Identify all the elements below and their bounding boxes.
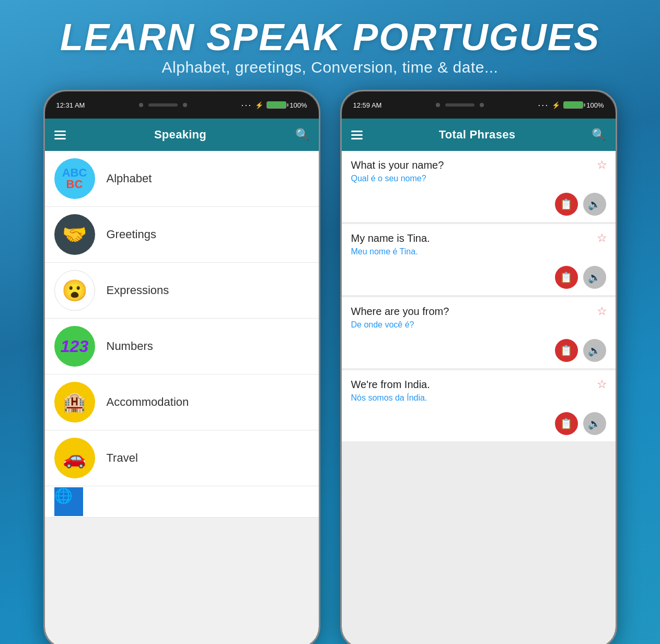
numbers-icon: 123 [54, 326, 95, 367]
phone-right-top-center [436, 103, 484, 107]
star-btn-1[interactable]: ☆ [597, 158, 607, 172]
copy-icon-4: 📋 [560, 417, 573, 430]
phone-right-sensor [480, 103, 484, 107]
battery-icon: ⚡ [255, 101, 263, 109]
phone-left-camera [139, 103, 143, 107]
menu-label-travel: Travel [107, 451, 138, 465]
menu-label-numbers: Numbers [107, 339, 153, 353]
phone-left-sensor [183, 103, 187, 107]
phrase-pt-1: Qual é o seu nome? [351, 174, 606, 183]
phrase-pt-3: De onde você é? [351, 320, 606, 330]
phrase-card-1: What is your name? ☆ Qual é o seu nome? … [342, 151, 616, 222]
battery-percent-right: 100% [586, 101, 604, 109]
search-icon-right[interactable]: 🔍 [592, 128, 606, 142]
copy-btn-1[interactable]: 📋 [555, 193, 578, 216]
menu-item-travel[interactable]: 🚗 Travel [45, 430, 319, 486]
copy-icon-2: 📋 [560, 271, 573, 284]
hamburger-menu-left[interactable] [54, 131, 66, 139]
card-actions-1: 📋 🔊 [351, 190, 606, 216]
accommodation-icon: 🏨 [54, 382, 95, 423]
phrase-en-1: What is your name? [351, 159, 463, 171]
menu-item-numbers[interactable]: 123 Numbers [45, 319, 319, 374]
star-btn-2[interactable]: ☆ [597, 231, 607, 245]
phrase-pt-2: Meu nome é Tina. [351, 247, 606, 256]
speak-btn-3[interactable]: 🔊 [583, 339, 606, 362]
subtitle: Alphabet, greetings, Conversion, time & … [60, 58, 600, 76]
menu-label-alphabet: Alphabet [107, 172, 152, 185]
phone-right-screen: What is your name? ☆ Qual é o seu nome? … [342, 151, 616, 644]
phone-left-speaker [148, 103, 178, 107]
phone-right-status-bar: 12:59 AM ··· ⚡ 100% [342, 91, 616, 119]
app-title-right: Total Phrases [439, 128, 516, 142]
partial-icon: 🌐 [54, 487, 83, 516]
phone-left-status-right: ··· ⚡ 100% [241, 100, 307, 111]
menu-item-partial[interactable]: 🌐 [45, 486, 319, 518]
phrase-card-2: My name is Tina. ☆ Meu nome é Tina. 📋 🔊 [342, 224, 616, 295]
phone-right-camera [436, 103, 440, 107]
menu-item-alphabet[interactable]: ABC BC Alphabet [45, 151, 319, 207]
expressions-icon: 😮 [54, 270, 95, 311]
alphabet-icon: ABC BC [54, 158, 95, 199]
travel-icon: 🚗 [54, 438, 95, 478]
star-btn-4[interactable]: ☆ [597, 378, 607, 391]
phrase-card-4: We're from India. ☆ Nós somos da Índia. … [342, 370, 616, 441]
copy-icon-1: 📋 [560, 198, 573, 210]
app-title-left: Speaking [154, 128, 206, 142]
battery-bar [267, 101, 286, 109]
phone-left-screen: ABC BC Alphabet 🤝 Greetings 😮 [45, 151, 319, 644]
phones-container: 12:31 AM ··· ⚡ 100% Speaking 🔍 [43, 90, 617, 644]
phone-right: 12:59 AM ··· ⚡ 100% Total Phrases 🔍 [340, 90, 617, 644]
main-title: LEARN SPEAK PORTUGUES [60, 16, 600, 58]
phone-right-time: 12:59 AM [353, 101, 382, 109]
menu-item-accommodation[interactable]: 🏨 Accommodation [45, 374, 319, 430]
phone-right-app-bar: Total Phrases 🔍 [342, 119, 616, 151]
greetings-icon: 🤝 [54, 214, 95, 255]
battery-percent: 100% [290, 101, 307, 109]
battery-bar-right [563, 101, 583, 109]
speak-icon-1: 🔊 [588, 198, 601, 210]
phone-left-app-bar: Speaking 🔍 [45, 119, 319, 151]
menu-label-expressions: Expressions [107, 284, 169, 297]
search-icon-left[interactable]: 🔍 [295, 128, 309, 142]
phrase-en-3: Where are you from? [351, 306, 468, 317]
menu-list: ABC BC Alphabet 🤝 Greetings 😮 [45, 151, 319, 518]
phone-left-status-bar: 12:31 AM ··· ⚡ 100% [45, 91, 319, 119]
phrase-en-4: We're from India. [351, 379, 449, 390]
star-btn-3[interactable]: ☆ [597, 305, 607, 318]
phone-left-time: 12:31 AM [56, 101, 85, 109]
copy-btn-2[interactable]: 📋 [555, 266, 578, 289]
copy-btn-4[interactable]: 📋 [555, 412, 578, 435]
speak-btn-4[interactable]: 🔊 [583, 412, 606, 435]
menu-item-greetings[interactable]: 🤝 Greetings [45, 207, 319, 263]
phrase-pt-4: Nós somos da Índia. [351, 393, 606, 403]
signal-dots: ··· [241, 100, 252, 111]
card-actions-3: 📋 🔊 [351, 336, 606, 362]
signal-dots-right: ··· [538, 100, 549, 111]
speak-btn-2[interactable]: 🔊 [583, 266, 606, 289]
speak-icon-4: 🔊 [588, 417, 601, 430]
phone-right-speaker [445, 103, 474, 107]
copy-btn-3[interactable]: 📋 [555, 339, 578, 362]
card-actions-2: 📋 🔊 [351, 263, 606, 289]
battery-icon-right: ⚡ [552, 101, 560, 109]
copy-icon-3: 📋 [560, 344, 573, 357]
speak-icon-3: 🔊 [588, 344, 601, 357]
menu-label-accommodation: Accommodation [107, 395, 189, 409]
phrase-card-3: Where are you from? ☆ De onde você é? 📋 … [342, 297, 616, 368]
hamburger-menu-right[interactable] [351, 131, 363, 139]
card-actions-4: 📋 🔊 [351, 409, 606, 435]
phrase-en-2: My name is Tina. [351, 232, 449, 244]
menu-label-greetings: Greetings [107, 228, 156, 241]
phone-left: 12:31 AM ··· ⚡ 100% Speaking 🔍 [43, 90, 320, 644]
speak-btn-1[interactable]: 🔊 [583, 193, 606, 216]
speak-icon-2: 🔊 [588, 271, 601, 284]
phone-left-top-center [139, 103, 187, 107]
menu-item-expressions[interactable]: 😮 Expressions [45, 263, 319, 319]
page-header: LEARN SPEAK PORTUGUES Alphabet, greeting… [60, 0, 600, 86]
phone-right-status-right: ··· ⚡ 100% [538, 100, 604, 111]
